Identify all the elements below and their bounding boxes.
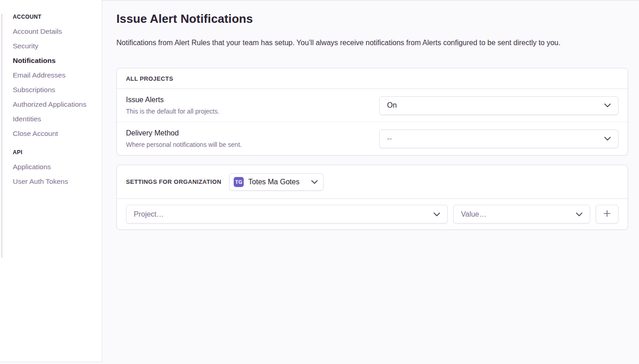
delivery-method-select-value: -- [387, 135, 392, 143]
chevron-down-icon [604, 137, 611, 140]
chevron-down-icon [576, 213, 582, 216]
sidebar-item-authorized-applications[interactable]: Authorized Applications [13, 100, 94, 108]
value-select[interactable]: Value… [453, 205, 590, 224]
sidebar-section-account: ACCOUNT Account Details Security Notific… [13, 14, 94, 137]
delivery-method-select[interactable]: -- [379, 130, 618, 148]
sidebar-heading-api: API [13, 149, 94, 156]
sidebar-item-security[interactable]: Security [13, 42, 94, 50]
sidebar-section-api: API Applications User Auth Tokens [13, 149, 94, 185]
all-projects-panel-header: ALL PROJECTS [117, 68, 628, 89]
chevron-down-icon [311, 180, 318, 184]
add-project-setting-button[interactable] [596, 205, 618, 224]
organization-avatar: TG [234, 177, 244, 187]
sidebar-item-account-details[interactable]: Account Details [13, 27, 94, 35]
project-filter-row: Project… Value… [117, 199, 628, 229]
organization-panel-heading: SETTINGS FOR ORGANIZATION [126, 178, 221, 185]
issue-alerts-select[interactable]: On [379, 96, 618, 115]
sidebar-item-applications[interactable]: Applications [13, 163, 94, 171]
project-select-placeholder: Project… [134, 210, 164, 218]
sidebar-item-subscriptions[interactable]: Subscriptions [13, 86, 94, 94]
delivery-method-labels: Delivery Method Where personal notificat… [126, 129, 242, 149]
sidebar-item-user-auth-tokens[interactable]: User Auth Tokens [13, 177, 94, 185]
organization-select[interactable]: TG Totes Ma Gotes [229, 173, 324, 191]
organization-panel: SETTINGS FOR ORGANIZATION TG Totes Ma Go… [116, 165, 628, 230]
page-description: Notifications from Alert Rules that your… [116, 38, 628, 48]
all-projects-panel: ALL PROJECTS Issue Alerts This is the de… [116, 68, 628, 156]
issue-alerts-labels: Issue Alerts This is the default for all… [126, 95, 220, 115]
sidebar-item-notifications[interactable]: Notifications [13, 57, 94, 64]
page-title: Issue Alert Notifications [116, 11, 628, 26]
delivery-method-help: Where personal notifications will be sen… [126, 141, 242, 149]
project-select[interactable]: Project… [126, 205, 448, 224]
value-select-placeholder: Value… [461, 210, 487, 218]
sidebar-item-close-account[interactable]: Close Account [13, 130, 94, 137]
sidebar-scrollbar[interactable] [1, 14, 2, 258]
sidebar-item-email-addresses[interactable]: Email Addresses [13, 71, 94, 79]
chevron-down-icon [434, 213, 440, 216]
organization-name: Totes Ma Gotes [248, 178, 299, 186]
issue-alerts-row: Issue Alerts This is the default for all… [117, 89, 628, 122]
settings-sidebar: ACCOUNT Account Details Security Notific… [0, 0, 102, 362]
chevron-down-icon [604, 104, 611, 107]
issue-alerts-label: Issue Alerts [126, 95, 220, 104]
issue-alerts-select-value: On [387, 101, 397, 109]
plus-icon [603, 209, 611, 219]
issue-alerts-help: This is the default for all projects. [126, 108, 220, 115]
delivery-method-row: Delivery Method Where personal notificat… [117, 122, 628, 155]
organization-panel-header: SETTINGS FOR ORGANIZATION TG Totes Ma Go… [117, 165, 628, 199]
sidebar-item-identities[interactable]: Identities [13, 115, 94, 123]
main-content: Issue Alert Notifications Notifications … [102, 0, 639, 364]
sidebar-heading-account: ACCOUNT [13, 14, 94, 20]
delivery-method-label: Delivery Method [126, 129, 242, 138]
